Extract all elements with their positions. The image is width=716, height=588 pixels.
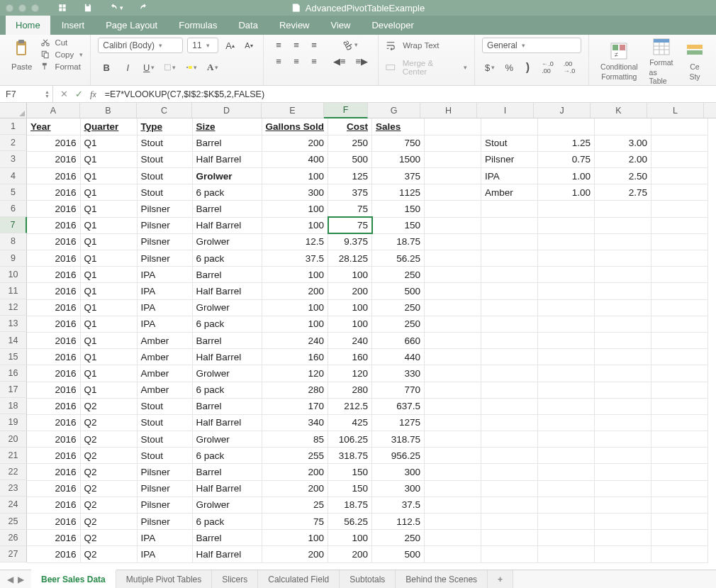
cell[interactable]: 280 — [328, 382, 372, 398]
cell[interactable] — [595, 250, 651, 267]
cell[interactable]: 240 — [328, 332, 372, 348]
cell[interactable]: 2016 — [27, 332, 80, 348]
cell[interactable] — [425, 118, 481, 135]
cell[interactable] — [595, 514, 651, 530]
cell[interactable]: Amber — [481, 184, 538, 201]
cell[interactable]: 37.5 — [262, 250, 328, 267]
cell[interactable]: Q2 — [80, 414, 137, 431]
cell[interactable]: 9.375 — [328, 233, 372, 250]
cell[interactable]: Q2 — [80, 480, 137, 497]
cell[interactable] — [595, 414, 651, 431]
column-header-B[interactable]: B — [80, 103, 137, 118]
cell[interactable] — [425, 464, 481, 480]
sheet-tab[interactable]: Calculated Field — [258, 570, 340, 589]
cell[interactable] — [595, 267, 651, 283]
sheet-tab[interactable]: Behind the Scenes — [396, 570, 488, 589]
cell[interactable]: 375 — [372, 168, 425, 184]
cell[interactable] — [595, 464, 651, 480]
cell[interactable]: 2.00 — [595, 151, 651, 167]
cell[interactable] — [425, 448, 481, 464]
cell[interactable] — [481, 546, 538, 562]
cell[interactable] — [425, 184, 481, 201]
cell[interactable]: Barrel — [192, 201, 262, 217]
cell[interactable]: 6 pack — [192, 448, 262, 464]
cell[interactable]: 2016 — [27, 151, 80, 167]
cell[interactable]: 1500 — [372, 151, 425, 167]
close-window[interactable] — [6, 4, 13, 12]
cell[interactable]: 400 — [262, 151, 328, 167]
cell[interactable]: Q2 — [80, 398, 137, 414]
row-header[interactable]: 3 — [0, 151, 27, 167]
cell[interactable]: 2016 — [27, 365, 80, 382]
cell[interactable] — [651, 168, 708, 184]
cell[interactable]: 250 — [372, 530, 425, 546]
cell[interactable]: 660 — [372, 332, 425, 348]
cell[interactable] — [425, 530, 481, 546]
cell[interactable]: 2016 — [27, 283, 80, 299]
column-header-D[interactable]: D — [192, 103, 262, 118]
cell[interactable]: IPA — [137, 299, 192, 316]
cell[interactable]: 6 pack — [192, 250, 262, 267]
cell[interactable]: 440 — [372, 349, 425, 365]
cell[interactable]: IPA — [137, 316, 192, 332]
cell[interactable]: Half Barrel — [192, 414, 262, 431]
cell[interactable]: 200 — [262, 135, 328, 151]
formula-input[interactable]: =E7*VLOOKUP(C7,$I$2:$K$5,2,FALSE) — [101, 89, 716, 99]
cell[interactable] — [425, 201, 481, 217]
cell[interactable]: 637.5 — [372, 398, 425, 414]
cell[interactable]: Pilsner — [137, 497, 192, 513]
cell[interactable]: 56.25 — [372, 250, 425, 267]
cell[interactable] — [651, 514, 708, 530]
increase-decimal-button[interactable]: ←.0.00 — [539, 60, 556, 74]
cell[interactable] — [425, 514, 481, 530]
cell[interactable]: Half Barrel — [192, 546, 262, 562]
cell[interactable]: Q2 — [80, 464, 137, 480]
cell[interactable]: IPA — [481, 168, 538, 184]
cell[interactable]: 160 — [262, 349, 328, 365]
cell[interactable] — [481, 414, 538, 431]
ribbon-tab-page-layout[interactable]: Page Layout — [96, 16, 167, 35]
sheet-tab[interactable]: Beer Sales Data — [31, 570, 116, 588]
cell[interactable]: 250 — [372, 267, 425, 283]
cell[interactable]: 1.25 — [538, 135, 595, 151]
row-header[interactable]: 18 — [0, 398, 27, 414]
cell[interactable]: Pilsner — [137, 464, 192, 480]
cell[interactable] — [425, 546, 481, 562]
cell[interactable] — [595, 546, 651, 562]
row-header[interactable]: 17 — [0, 382, 27, 398]
fx-label[interactable]: fx — [90, 89, 96, 100]
cell[interactable]: Barrel — [192, 464, 262, 480]
cell[interactable]: 120 — [262, 365, 328, 382]
cell[interactable]: 160 — [328, 349, 372, 365]
cell[interactable]: 125 — [328, 168, 372, 184]
cell[interactable] — [425, 365, 481, 382]
cell[interactable]: Q1 — [80, 151, 137, 167]
cell[interactable] — [425, 349, 481, 365]
align-left-button[interactable]: ≡ — [271, 54, 286, 68]
cell[interactable]: 250 — [328, 135, 372, 151]
cell[interactable]: 2016 — [27, 135, 80, 151]
cell[interactable]: Q1 — [80, 135, 137, 151]
home-icon[interactable] — [55, 1, 70, 15]
cell[interactable]: 100 — [262, 168, 328, 184]
row-header[interactable]: 9 — [0, 250, 27, 267]
cell[interactable] — [481, 217, 538, 233]
cell[interactable]: Amber — [137, 382, 192, 398]
row-header[interactable]: 20 — [0, 431, 27, 448]
cell[interactable]: Amber — [137, 332, 192, 348]
format-painter-button[interactable]: Format — [40, 62, 83, 72]
cell[interactable]: 85 — [262, 431, 328, 448]
cell[interactable] — [595, 201, 651, 217]
cell[interactable]: Q2 — [80, 431, 137, 448]
cell[interactable] — [595, 431, 651, 448]
cell[interactable] — [538, 267, 595, 283]
cell[interactable]: Stout — [481, 135, 538, 151]
align-middle-button[interactable]: ≡ — [289, 38, 304, 52]
undo-icon[interactable]: ▾ — [106, 1, 126, 15]
cell[interactable]: Q1 — [80, 332, 137, 348]
cell[interactable] — [595, 349, 651, 365]
cell[interactable]: 425 — [328, 414, 372, 431]
row-header[interactable]: 4 — [0, 168, 27, 184]
cell[interactable] — [651, 546, 708, 562]
row-header[interactable]: 7 — [0, 217, 27, 233]
